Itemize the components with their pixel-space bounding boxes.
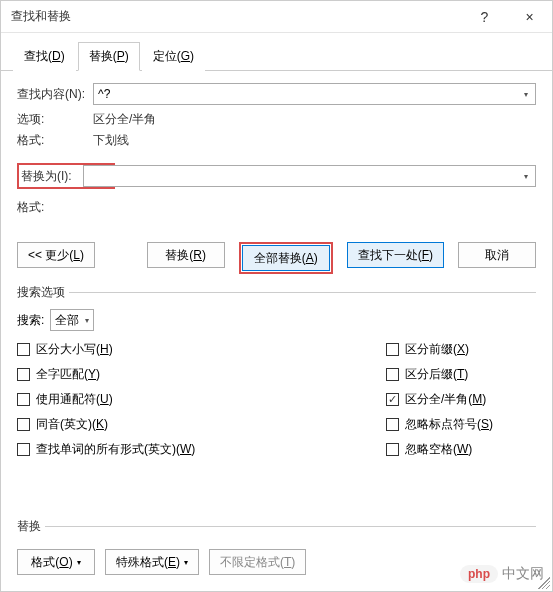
replace-input-wrap: ▾ [83, 165, 536, 187]
search-options-legend: 搜索选项 [17, 284, 69, 301]
tab-find[interactable]: 查找(D) [13, 42, 76, 71]
no-format-button[interactable]: 不限定格式(T) [209, 549, 306, 575]
tab-bar: 查找(D) 替换(P) 定位(G) [1, 33, 552, 71]
replace-format-row: 格式: [17, 199, 536, 216]
checkbox-option[interactable]: 区分后缀(T) [386, 366, 536, 383]
titlebar-buttons: ? × [462, 1, 552, 32]
checkbox-option[interactable]: 查找单词的所有形式(英文)(W) [17, 441, 386, 458]
find-format-row: 格式: 下划线 [17, 132, 536, 149]
replace-button[interactable]: 替换(R) [147, 242, 225, 268]
search-direction-label: 搜索: [17, 312, 44, 329]
checkbox-label: 全字匹配(Y) [36, 366, 100, 383]
content-area: 查找内容(N): ▾ 选项: 区分全/半角 格式: 下划线 替换为(I): | [1, 71, 552, 591]
checkbox-icon [17, 393, 30, 406]
chevron-down-icon: ▾ [77, 558, 81, 567]
checkbox-icon [17, 343, 30, 356]
checkbox-label: 区分前缀(X) [405, 341, 469, 358]
dialog-title: 查找和替换 [11, 8, 462, 25]
search-direction-row: 搜索: 全部 ▾ [17, 309, 536, 331]
replace-label: 替换为(I): [21, 168, 81, 185]
chevron-down-icon: ▾ [184, 558, 188, 567]
checkbox-icon [386, 393, 399, 406]
find-input[interactable] [93, 83, 536, 105]
special-format-button[interactable]: 特殊格式(E)▾ [105, 549, 199, 575]
close-button[interactable]: × [507, 1, 552, 32]
watermark: php 中文网 [460, 565, 544, 583]
checkbox-option[interactable]: 区分全/半角(M) [386, 391, 536, 408]
format-button[interactable]: 格式(O)▾ [17, 549, 95, 575]
less-button[interactable]: << 更少(L) [17, 242, 95, 268]
checkbox-icon [386, 343, 399, 356]
search-direction-value: 全部 [55, 312, 79, 329]
checkbox-option[interactable]: 忽略标点符号(S) [386, 416, 536, 433]
tab-replace[interactable]: 替换(P) [78, 42, 140, 71]
checkbox-option[interactable]: 忽略空格(W) [386, 441, 536, 458]
find-row: 查找内容(N): ▾ [17, 83, 536, 105]
checkbox-label: 忽略标点符号(S) [405, 416, 493, 433]
checkbox-option[interactable]: 全字匹配(Y) [17, 366, 386, 383]
watermark-badge: php [460, 565, 498, 583]
checkbox-icon [17, 443, 30, 456]
titlebar: 查找和替换 ? × [1, 1, 552, 33]
checkbox-icon [386, 443, 399, 456]
checkbox-icon [17, 368, 30, 381]
replace-format-fieldset: 替换 格式(O)▾ 特殊格式(E)▾ 不限定格式(T) [17, 518, 536, 575]
replace-input[interactable] [83, 165, 536, 187]
checkbox-label: 区分大小写(H) [36, 341, 113, 358]
checkbox-option[interactable]: 同音(英文)(K) [17, 416, 386, 433]
checkbox-icon [386, 418, 399, 431]
find-next-button[interactable]: 查找下一处(F) [347, 242, 444, 268]
find-dropdown-icon[interactable]: ▾ [517, 84, 535, 104]
resize-grip[interactable] [538, 577, 550, 589]
find-label: 查找内容(N): [17, 86, 93, 103]
checkbox-icon [17, 418, 30, 431]
search-direction-select[interactable]: 全部 ▾ [50, 309, 94, 331]
format-buttons-row: 格式(O)▾ 特殊格式(E)▾ 不限定格式(T) [17, 549, 536, 575]
replace-row: 替换为(I): | ▾ [17, 163, 536, 189]
find-options-row: 选项: 区分全/半角 [17, 111, 536, 128]
checkboxes-area: 区分大小写(H)全字匹配(Y)使用通配符(U)同音(英文)(K)查找单词的所有形… [17, 341, 536, 458]
checkbox-label: 使用通配符(U) [36, 391, 113, 408]
find-format-label: 格式: [17, 132, 93, 149]
checkbox-label: 同音(英文)(K) [36, 416, 108, 433]
checkbox-icon [386, 368, 399, 381]
chevron-down-icon: ▾ [85, 316, 89, 325]
checkbox-label: 查找单词的所有形式(英文)(W) [36, 441, 195, 458]
tab-goto[interactable]: 定位(G) [142, 42, 205, 71]
find-format-value: 下划线 [93, 132, 129, 149]
replace-all-button[interactable]: 全部替换(A) [242, 245, 330, 271]
action-buttons-row: << 更少(L) 替换(R) 全部替换(A) 查找下一处(F) 取消 [17, 242, 536, 274]
checkbox-option[interactable]: 区分大小写(H) [17, 341, 386, 358]
replace-format-legend: 替换 [17, 518, 45, 535]
checkbox-label: 区分后缀(T) [405, 366, 468, 383]
checkbox-label: 忽略空格(W) [405, 441, 472, 458]
checkbox-option[interactable]: 区分前缀(X) [386, 341, 536, 358]
checkbox-label: 区分全/半角(M) [405, 391, 486, 408]
checkboxes-left: 区分大小写(H)全字匹配(Y)使用通配符(U)同音(英文)(K)查找单词的所有形… [17, 341, 386, 458]
cancel-button[interactable]: 取消 [458, 242, 536, 268]
checkboxes-right: 区分前缀(X)区分后缀(T)区分全/半角(M)忽略标点符号(S)忽略空格(W) [386, 341, 536, 458]
replace-format-label: 格式: [17, 199, 93, 216]
find-options-value: 区分全/半角 [93, 111, 156, 128]
search-options-fieldset: 搜索选项 搜索: 全部 ▾ 区分大小写(H)全字匹配(Y)使用通配符(U)同音(… [17, 284, 536, 458]
find-replace-dialog: 查找和替换 ? × 查找(D) 替换(P) 定位(G) 查找内容(N): ▾ 选… [0, 0, 553, 592]
find-input-wrap: ▾ [93, 83, 536, 105]
checkbox-option[interactable]: 使用通配符(U) [17, 391, 386, 408]
find-options-label: 选项: [17, 111, 93, 128]
replace-dropdown-icon[interactable]: ▾ [517, 166, 535, 186]
help-button[interactable]: ? [462, 1, 507, 32]
